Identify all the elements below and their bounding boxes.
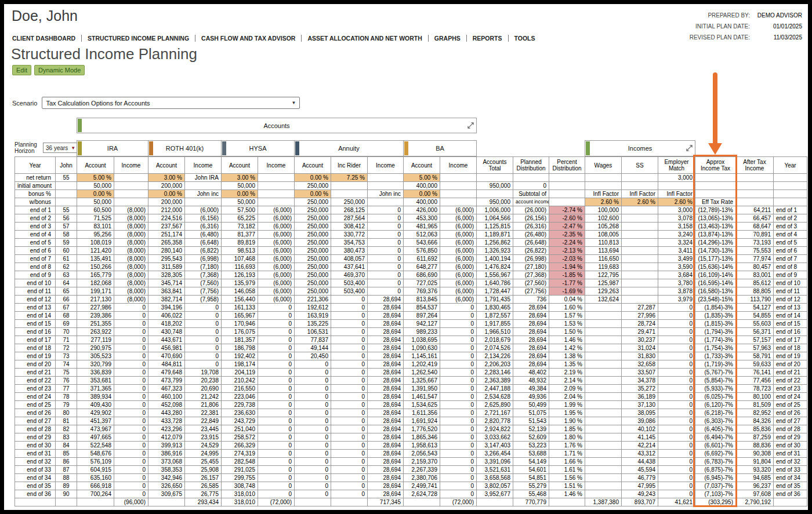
dynamic-mode-button[interactable]: Dynamic Mode	[34, 65, 85, 75]
cell: -1.85 %	[549, 271, 585, 279]
cell: 3,658,568	[477, 474, 513, 482]
cell: 22,381	[185, 409, 222, 417]
cell: 3,240	[658, 231, 695, 239]
cell: 80	[56, 409, 77, 417]
cell: (5,854)-7%	[695, 377, 736, 385]
cell[interactable]: 0.00 %	[404, 190, 440, 198]
nav-item-asset-allocation-net-worth[interactable]: ASSET ALLOCATION AND NET WORTH	[302, 35, 428, 42]
cell: 268,125	[331, 206, 368, 214]
cell	[622, 263, 658, 271]
cell: 0	[440, 482, 477, 490]
table-row: end of 1266217,130(8,000)382,714(7,958)1…	[15, 296, 807, 304]
cell: 0	[440, 369, 477, 377]
cell: (1,854)-3%	[695, 304, 736, 312]
cell: 20,238	[185, 377, 222, 385]
cell: Infl Factor	[585, 190, 622, 198]
nav-item-graphs[interactable]: GRAPHS	[429, 35, 467, 42]
cell: 54,127	[736, 304, 774, 312]
cell: end of 14	[15, 312, 56, 320]
cell: 250,000	[295, 206, 331, 214]
nav-item-structured-income-planning[interactable]: STRUCTURED INCOME PLANNING	[82, 35, 195, 42]
cell: (26,000)	[513, 206, 549, 214]
cell: 55	[56, 206, 77, 214]
cell	[114, 198, 148, 206]
cell: 0	[295, 474, 331, 482]
cell: 258,572	[222, 433, 258, 442]
cell[interactable]: 0.00 %	[148, 190, 185, 198]
cell: end of 29	[774, 433, 807, 442]
scenario-select[interactable]: Tax Calculation Options for Accounts ▼	[42, 97, 300, 109]
cell: 263,922	[77, 328, 114, 336]
cell: 0	[114, 433, 148, 442]
cell[interactable]: 2.60 %	[622, 198, 658, 206]
mode-buttons: EditDynamic Mode	[12, 64, 88, 75]
cell: 170,946	[222, 320, 258, 328]
nav-item-tools[interactable]: TOOLS	[509, 35, 541, 42]
cell: 3,147,403	[477, 442, 513, 450]
cell: 49,384	[513, 385, 549, 393]
column-header: Approx Income Tax	[695, 157, 736, 174]
cell[interactable]: 3.00 %	[148, 174, 185, 182]
cell[interactable]: 2.60 %	[658, 198, 695, 206]
cell: 3,590	[658, 263, 695, 271]
cell: 182,068	[77, 279, 114, 287]
expand-icon[interactable]	[686, 145, 693, 151]
total-cell	[774, 498, 807, 506]
cell: 1.57 %	[549, 312, 585, 320]
cell: 522,548	[77, 442, 114, 450]
cell: (8,000)	[114, 239, 148, 247]
cell[interactable]: 5.00 %	[404, 174, 440, 182]
cell: end of 14	[774, 312, 807, 320]
cell: Subtotal of	[513, 190, 549, 198]
cell[interactable]: 3.00 %	[222, 174, 258, 182]
cell: 430,748	[148, 328, 185, 336]
prepared-by-value: DEMO ADVISOR	[757, 10, 802, 21]
cell[interactable]: 0.00 %	[222, 190, 258, 198]
column-header: Year	[774, 157, 807, 174]
cell: 34,378	[622, 377, 658, 385]
cell: 28,694	[368, 393, 404, 401]
cell[interactable]: 0.00 %	[295, 174, 331, 182]
cell: 0	[440, 328, 477, 336]
cell: (7,756)	[185, 287, 222, 296]
cell: 1.53 %	[549, 320, 585, 328]
cell[interactable]: 7.25 %	[331, 174, 368, 182]
cell: end of 36	[774, 490, 807, 498]
cell: (6,120)-7%	[695, 401, 736, 409]
cell: 94,685	[736, 474, 774, 482]
edit-button[interactable]: Edit	[12, 65, 31, 75]
cell: 28,694	[513, 336, 549, 344]
planning-horizon-select[interactable]: 36 years ▼	[43, 143, 78, 153]
cell: 3,033,662	[477, 433, 513, 442]
cell: 0	[440, 312, 477, 320]
cell: 35,272	[622, 385, 658, 393]
nav-item-reports[interactable]: REPORTS	[467, 35, 509, 42]
cell: 686,690	[404, 271, 440, 279]
cell: -2.60 %	[549, 214, 585, 223]
cell	[513, 174, 549, 182]
cell: 0	[440, 401, 477, 409]
cell[interactable]: 0.00 %	[295, 190, 331, 198]
cell: (6,000)	[258, 231, 295, 239]
cell: 0	[295, 401, 331, 409]
cell: (6,000)	[440, 279, 477, 287]
cell[interactable]: 2.60 %	[585, 198, 622, 206]
cell	[549, 182, 585, 190]
cell: (15,636)-14%	[695, 263, 736, 271]
cell: end of 5	[15, 239, 56, 247]
cell: 56	[56, 214, 77, 223]
cell: 0	[258, 385, 295, 393]
cell: 0	[185, 336, 222, 344]
setup-row: initial amount50,000200,00050,000250,000…	[15, 182, 807, 190]
cell: 1.99 %	[549, 401, 585, 409]
cell[interactable]: 0.00 %	[77, 190, 114, 198]
nav-item-cash-flow-tax-advisor[interactable]: CASH FLOW AND TAX ADVISOR	[195, 35, 302, 42]
cell: 1.66 %	[549, 458, 585, 466]
cell: end of 19	[15, 352, 56, 360]
cell: 0	[258, 336, 295, 344]
cell: 1.42 %	[549, 344, 585, 352]
cell	[585, 450, 622, 458]
expand-icon[interactable]	[467, 122, 474, 129]
nav-item-client-dashboard[interactable]: CLIENT DASHBOARD	[12, 35, 82, 42]
cell[interactable]: 5.00 %	[77, 174, 114, 182]
